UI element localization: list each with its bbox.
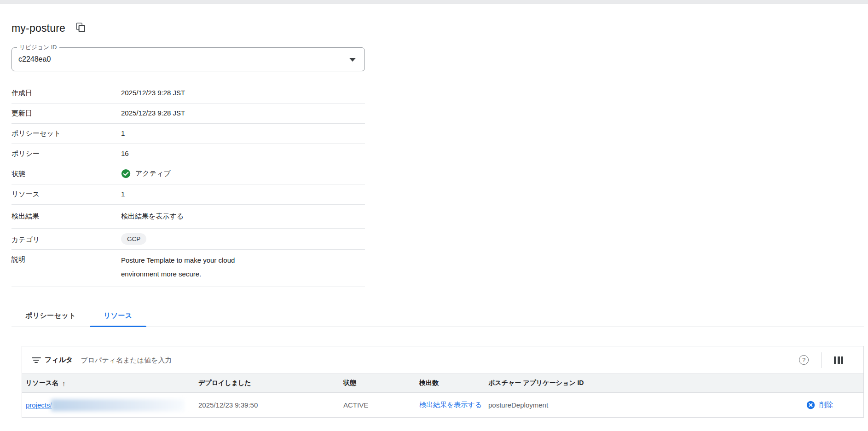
delete-button[interactable]: 削除 xyxy=(806,401,833,409)
tab-resources[interactable]: リソース xyxy=(90,305,146,327)
main-content: my-posture リビジョン ID c2248ea0 作成日 2025/12… xyxy=(0,4,868,418)
window-top-strip xyxy=(0,0,868,4)
column-header-findings: 検出数 xyxy=(419,379,488,387)
detail-label: ポリシー xyxy=(12,149,121,158)
detail-label: 検出結果 xyxy=(12,212,121,221)
table-row: projects/ 2025/12/23 9:39:50 ACTIVE 検出結果… xyxy=(22,392,863,417)
tab-label: リソース xyxy=(104,311,133,320)
view-findings-link[interactable]: 検出結果を表示する xyxy=(121,212,184,221)
detail-row-state: 状態 アクティブ xyxy=(12,164,365,184)
table-header-row: リソース名 ↑ デプロイしました 状態 検出数 ポスチャー アプリケーション I… xyxy=(22,374,863,392)
detail-value: 2025/12/23 9:28 JST xyxy=(121,89,185,97)
actions-cell: 削除 xyxy=(781,401,859,409)
caret-down-icon xyxy=(349,58,356,62)
detail-value: 2025/12/23 9:28 JST xyxy=(121,109,185,117)
detail-row-updated: 更新日 2025/12/23 9:28 JST xyxy=(12,103,365,124)
check-circle-icon xyxy=(121,169,131,178)
detail-row-findings: 検出結果 検出結果を表示する xyxy=(12,205,365,229)
detail-value: 1 xyxy=(121,129,125,137)
page-title: my-posture xyxy=(12,22,65,34)
detail-label: 状態 xyxy=(12,170,121,178)
state-cell: ACTIVE xyxy=(343,401,419,409)
detail-row-resources: リソース 1 xyxy=(12,184,365,205)
tab-label: ポリシーセット xyxy=(25,311,76,320)
detail-row-created: 作成日 2025/12/23 9:28 JST xyxy=(12,83,365,103)
posture-deployment-id-cell: postureDeployment xyxy=(488,401,781,409)
filter-list-icon xyxy=(31,357,41,363)
detail-row-category: カテゴリ GCP xyxy=(12,229,365,250)
status-text: アクティブ xyxy=(135,169,171,178)
help-icon[interactable]: ? xyxy=(799,355,809,365)
title-row: my-posture xyxy=(12,21,868,35)
status-cell: アクティブ xyxy=(121,169,171,178)
view-columns-icon[interactable] xyxy=(834,356,843,364)
revision-id-value: c2248ea0 xyxy=(12,48,365,71)
detail-label: ポリシーセット xyxy=(12,129,121,138)
column-header-label: リソース名 xyxy=(26,379,58,387)
tab-bar: ポリシーセット リソース xyxy=(12,305,864,327)
revision-id-label: リビジョン ID xyxy=(17,44,59,52)
resource-link[interactable]: projects/ xyxy=(26,401,52,409)
resources-table-card: フィルタ ? リソース名 ↑ デプロイしました 状態 検出数 ポスチャー アプリ… xyxy=(22,346,864,418)
detail-row-description: 説明 Posture Template to make your cloud e… xyxy=(12,250,365,287)
detail-value: 1 xyxy=(121,190,125,198)
category-chip: GCP xyxy=(121,233,146,245)
sort-ascending-icon: ↑ xyxy=(62,379,66,387)
detail-label: 更新日 xyxy=(12,109,121,118)
detail-row-policies: ポリシー 16 xyxy=(12,144,365,164)
column-header-deployed: デプロイしました xyxy=(198,379,343,387)
filter-toolbar: フィルタ ? xyxy=(22,346,863,374)
detail-value: 16 xyxy=(121,149,129,157)
posture-details-list: 作成日 2025/12/23 9:28 JST 更新日 2025/12/23 9… xyxy=(12,83,365,287)
redacted-project-name xyxy=(51,399,185,411)
cancel-circle-icon xyxy=(806,401,815,409)
copy-icon xyxy=(76,23,85,34)
deployed-cell: 2025/12/23 9:39:50 xyxy=(198,401,343,409)
column-header-state: 状態 xyxy=(343,379,419,387)
row-findings-link[interactable]: 検出結果を表示する xyxy=(419,401,488,409)
detail-label: 作成日 xyxy=(12,89,121,98)
detail-label: カテゴリ xyxy=(12,234,121,244)
column-header-resource-name[interactable]: リソース名 ↑ xyxy=(26,379,198,387)
revision-id-select[interactable]: リビジョン ID c2248ea0 xyxy=(12,47,365,71)
copy-button[interactable] xyxy=(76,23,85,34)
filter-input[interactable] xyxy=(80,356,799,364)
resource-name-cell: projects/ xyxy=(26,399,198,411)
delete-label: 削除 xyxy=(819,401,833,409)
description-text: Posture Template to make your cloud envi… xyxy=(121,253,268,281)
toolbar-divider xyxy=(821,352,822,368)
column-header-posture-deployment-id: ポスチャー アプリケーション ID xyxy=(488,379,781,387)
detail-label: リソース xyxy=(12,190,121,199)
tab-policy-sets[interactable]: ポリシーセット xyxy=(12,305,90,327)
filter-label: フィルタ xyxy=(45,356,73,364)
detail-label: 説明 xyxy=(12,255,121,264)
detail-row-policy-sets: ポリシーセット 1 xyxy=(12,124,365,144)
